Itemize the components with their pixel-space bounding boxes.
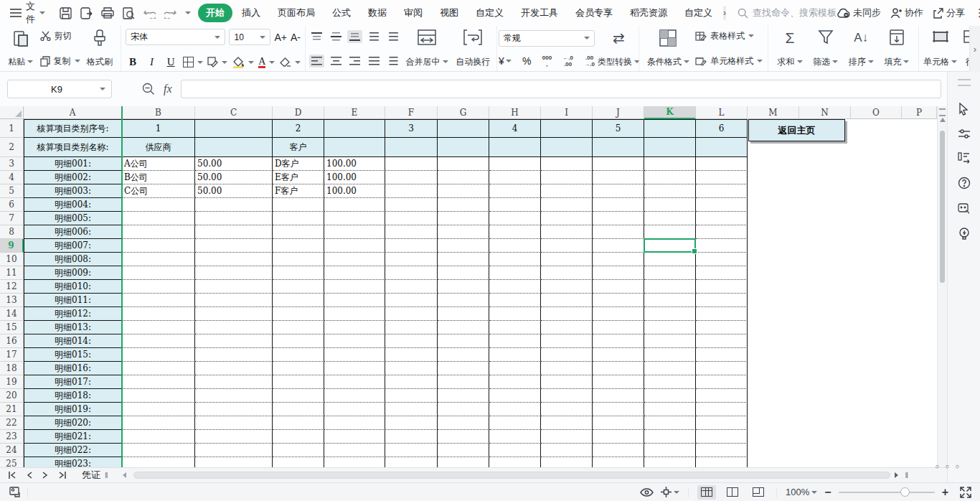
cell-L7[interactable] xyxy=(696,212,748,225)
cell-D14[interactable] xyxy=(273,307,324,321)
cell-F12[interactable] xyxy=(385,280,438,294)
cell-I1[interactable] xyxy=(541,119,593,138)
cell-J25[interactable] xyxy=(593,457,644,467)
cell-E25[interactable] xyxy=(324,457,385,467)
cell-A20[interactable]: 明细018: xyxy=(24,389,122,403)
cell-H16[interactable] xyxy=(489,334,541,348)
cell-F8[interactable] xyxy=(385,225,438,239)
cell-K16[interactable] xyxy=(644,334,696,348)
next-sheet-icon[interactable] xyxy=(42,472,48,479)
cell-L18[interactable] xyxy=(696,362,748,375)
row-header-20[interactable]: 20 xyxy=(0,389,24,403)
column-header-N[interactable]: N xyxy=(799,106,851,119)
cell-E11[interactable] xyxy=(324,266,385,280)
qat-more-icon[interactable] xyxy=(185,11,191,14)
cell-A21[interactable]: 明细019: xyxy=(24,403,122,416)
spreadsheet-grid[interactable]: ABCDEFGHIJKLMNOP123456789101112131415161… xyxy=(0,106,937,467)
cell-G16[interactable] xyxy=(438,334,489,348)
output-icon[interactable] xyxy=(80,7,93,19)
cell-A3[interactable]: 明细001: xyxy=(24,157,122,171)
cell-B19[interactable] xyxy=(122,375,195,389)
increase-decimal-button[interactable]: ←.0.00 xyxy=(562,55,573,67)
cell-D25[interactable] xyxy=(273,457,324,467)
cell-L9[interactable] xyxy=(696,239,748,253)
column-header-D[interactable]: D xyxy=(273,106,324,119)
column-header-F[interactable]: F xyxy=(385,106,438,119)
cell-D20[interactable] xyxy=(273,389,324,403)
cell-C4[interactable]: 50.00 xyxy=(195,171,273,184)
cell-C11[interactable] xyxy=(195,266,273,280)
cell-F18[interactable] xyxy=(385,362,438,375)
justify-button[interactable] xyxy=(367,55,382,67)
increase-font-button[interactable]: A+ xyxy=(274,32,287,43)
row-header-2[interactable]: 2 xyxy=(0,138,24,157)
cell-B13[interactable] xyxy=(122,294,195,307)
page-layout-view-button[interactable] xyxy=(723,485,742,500)
cell-L1[interactable]: 6 xyxy=(696,119,748,138)
cell-C22[interactable] xyxy=(195,416,273,430)
row-header-9[interactable]: 9 xyxy=(0,239,24,253)
print-preview-icon[interactable] xyxy=(123,7,135,19)
cell-B10[interactable] xyxy=(122,253,195,266)
cell-G19[interactable] xyxy=(438,375,489,389)
cell-L15[interactable] xyxy=(696,321,748,334)
cell-I13[interactable] xyxy=(541,294,593,307)
cell-A19[interactable]: 明细017: xyxy=(24,375,122,389)
cell-H25[interactable] xyxy=(489,457,541,467)
thousands-separator-button[interactable]: 000, xyxy=(542,55,552,67)
cell-A6[interactable]: 明细004: xyxy=(24,198,122,212)
cell-H4[interactable] xyxy=(489,171,541,184)
eraser-button[interactable] xyxy=(280,57,301,67)
cell-G1[interactable] xyxy=(438,119,489,138)
percent-button[interactable]: % xyxy=(522,55,531,67)
cell-G21[interactable] xyxy=(438,403,489,416)
fx-label[interactable]: fx xyxy=(164,83,172,95)
row-header-12[interactable]: 12 xyxy=(0,280,24,294)
cell-E3[interactable]: 100.00 xyxy=(324,157,385,171)
borders-button[interactable] xyxy=(183,57,203,67)
cell-H13[interactable] xyxy=(489,294,541,307)
type-convert-button[interactable]: ⇄ 类型转换 xyxy=(595,29,643,69)
cell-E19[interactable] xyxy=(324,375,385,389)
cell-F17[interactable] xyxy=(385,348,438,362)
cell-H18[interactable] xyxy=(489,362,541,375)
cell-J18[interactable] xyxy=(593,362,644,375)
cell-A25[interactable]: 明细023: xyxy=(24,457,122,467)
cell-L19[interactable] xyxy=(696,375,748,389)
cell-J10[interactable] xyxy=(593,253,644,266)
cell-K21[interactable] xyxy=(644,403,696,416)
eye-protection-icon[interactable] xyxy=(640,488,654,497)
cell-F14[interactable] xyxy=(385,307,438,321)
cell-F23[interactable] xyxy=(385,430,438,444)
cell-A11[interactable]: 明细009: xyxy=(24,266,122,280)
ribbon-tab-10[interactable]: 会员专享 xyxy=(567,4,621,22)
table-style-button[interactable]: 表格样式 xyxy=(695,30,763,42)
row-header-21[interactable]: 21 xyxy=(0,403,24,416)
cell-H5[interactable] xyxy=(489,184,541,198)
cell-G10[interactable] xyxy=(438,253,489,266)
cell-F24[interactable] xyxy=(385,444,438,457)
cell-J1[interactable]: 5 xyxy=(593,119,644,138)
cell-I4[interactable] xyxy=(541,171,593,184)
cell-H9[interactable] xyxy=(489,239,541,253)
cell-C2[interactable] xyxy=(195,138,273,157)
tab-split-handle[interactable]: ‖ xyxy=(105,471,108,479)
cell-L20[interactable] xyxy=(696,389,748,403)
cell-K4[interactable] xyxy=(644,171,696,184)
rows-button[interactable]: 行 xyxy=(960,29,970,69)
cell-I2[interactable] xyxy=(541,138,593,157)
cell-H3[interactable] xyxy=(489,157,541,171)
cell-B17[interactable] xyxy=(122,348,195,362)
cell-E9[interactable] xyxy=(324,239,385,253)
cell-L16[interactable] xyxy=(696,334,748,348)
cell-K11[interactable] xyxy=(644,266,696,280)
cell-K20[interactable] xyxy=(644,389,696,403)
cell-F11[interactable] xyxy=(385,266,438,280)
tab-overflow-chevron[interactable]: › xyxy=(723,6,726,20)
ribbon-tab-8[interactable]: 自定义 xyxy=(468,4,512,22)
cell-L13[interactable] xyxy=(696,294,748,307)
cell-I3[interactable] xyxy=(541,157,593,171)
cell-C14[interactable] xyxy=(195,307,273,321)
cell-D2[interactable]: 客户 xyxy=(273,138,324,157)
vertical-scrollbar[interactable] xyxy=(937,106,947,467)
